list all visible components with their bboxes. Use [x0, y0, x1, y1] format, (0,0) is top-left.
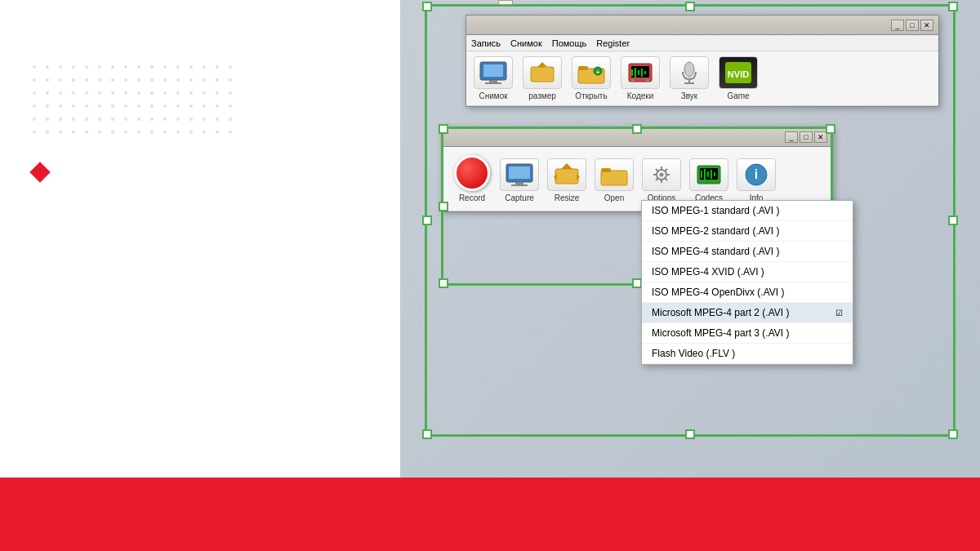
plus-cursor-icon: + [433, 0, 443, 2]
ocam-folder-icon [595, 158, 634, 191]
coords-tooltip [498, 0, 513, 5]
toolbar-open-btn[interactable]: + Открыть [571, 56, 612, 100]
codecs-label: Кодеки [627, 91, 654, 100]
handle-topmid[interactable] [685, 2, 695, 11]
ocam-titlebar: _ □ ✕ [442, 127, 832, 147]
svg-point-11 [631, 79, 635, 82]
minimize-button[interactable]: _ [891, 20, 904, 31]
ocam-info-icon: i [737, 158, 776, 191]
svg-text:+: + [596, 69, 600, 76]
left-panel: // Generate dots const dp = document.que… [0, 0, 416, 551]
menu-snapshot[interactable]: Снимок [510, 38, 542, 48]
svg-rect-4 [531, 67, 554, 82]
handle-topright[interactable] [948, 2, 958, 11]
window1-toolbar: Снимок размер [466, 51, 938, 106]
svg-point-31 [660, 173, 664, 177]
ocam-controls: _ □ ✕ [785, 131, 827, 143]
dropdown-item-3[interactable]: ISO MPEG-4 XVID (.AVI ) [642, 262, 853, 282]
svg-line-37 [665, 178, 667, 180]
svg-rect-10 [631, 66, 649, 78]
red-diamond-icon [29, 162, 50, 182]
svg-rect-24 [509, 167, 530, 179]
ocam-codecs-icon [689, 158, 728, 191]
maximize-button[interactable]: □ [906, 20, 919, 31]
svg-rect-26 [511, 184, 528, 186]
ocam-info-btn[interactable]: i Info [736, 158, 777, 202]
toolbar-resize-btn[interactable]: размер [522, 56, 563, 100]
bottom-banner [0, 478, 980, 551]
ocam-resize-label: Resize [555, 193, 580, 202]
monitor-icon [474, 56, 513, 89]
handle-bottomleft[interactable] [422, 429, 432, 439]
toolbar-codecs-btn[interactable]: Кодеки [620, 56, 661, 100]
handle-rightmid[interactable] [948, 216, 958, 225]
menu-record[interactable]: Запись [471, 38, 501, 48]
window1-controls: _ □ ✕ [891, 20, 933, 31]
dropdown-item-7[interactable]: Flash Video (.FLV ) [642, 344, 853, 364]
right-panel: + _ □ ✕ Запись Снимок Помощь Register [400, 0, 980, 551]
close-button[interactable]: ✕ [920, 20, 933, 31]
svg-rect-29 [601, 168, 611, 172]
codecs-icon [621, 56, 660, 89]
window1-titlebar: _ □ ✕ [466, 16, 938, 35]
ocam-resize-btn[interactable]: Resize [546, 158, 587, 202]
microphone-icon [670, 56, 709, 89]
handle-bottomright[interactable] [948, 429, 958, 439]
menu-help[interactable]: Помощь [552, 38, 587, 48]
ocam-options-btn[interactable]: Options [641, 158, 682, 202]
ocam-open-btn[interactable]: Open [594, 158, 635, 202]
record-icon-wrap [452, 155, 492, 191]
svg-rect-25 [515, 182, 523, 184]
sound-label: Звук [681, 91, 698, 100]
subtitle-row [33, 165, 384, 180]
dropdown-item-2[interactable]: ISO MPEG-4 standard (.AVI ) [642, 242, 853, 262]
folder-open-icon: + [572, 56, 611, 89]
svg-line-39 [656, 178, 658, 180]
toolbar-sound-btn[interactable]: Звук [669, 56, 710, 100]
ocam-codecs-btn[interactable]: Codecs [688, 158, 729, 202]
svg-line-38 [665, 169, 667, 171]
record-circle-icon [454, 155, 490, 191]
handle-topleft[interactable] [422, 2, 432, 11]
svg-text:NVID: NVID [728, 69, 749, 79]
svg-line-36 [656, 169, 658, 171]
dropdown-item-5[interactable]: Microsoft MPEG-4 part 2 (.AVI ) ☑ [642, 303, 853, 323]
dropdown-item-6[interactable]: Microsoft MPEG-4 part 3 (.AVI ) [642, 323, 853, 344]
ocam-maximize[interactable]: □ [800, 131, 813, 143]
snapshot-label: Снимок [479, 91, 507, 100]
svg-rect-27 [555, 169, 578, 184]
window1-menubar: Запись Снимок Помощь Register [466, 35, 938, 51]
handle-leftmid[interactable] [422, 216, 432, 225]
nvidia-game-icon: NVID [719, 56, 758, 89]
record-label: Record [459, 193, 485, 202]
app-window-1: _ □ ✕ Запись Снимок Помощь Register [466, 15, 939, 107]
svg-text:i: i [755, 167, 758, 181]
svg-rect-6 [578, 66, 588, 70]
open-label: Открыть [575, 91, 607, 100]
dropdown-item-0[interactable]: ISO MPEG-1 standard (.AVI ) [642, 201, 853, 221]
toolbar-game-btn[interactable]: NVID Game [718, 56, 759, 100]
resize-label: размер [528, 91, 556, 100]
ocam-options-icon [642, 158, 681, 191]
resize-icon [523, 56, 562, 89]
ocam-minimize[interactable]: _ [785, 131, 798, 143]
capture-monitor-icon [500, 158, 539, 191]
handle-bottommid[interactable] [685, 429, 695, 439]
game-label: Game [727, 91, 749, 100]
menu-register[interactable]: Register [596, 38, 630, 48]
dropdown-item-1[interactable]: ISO MPEG-2 standard (.AVI ) [642, 221, 853, 242]
ocam-resize-icon [547, 158, 586, 191]
ocam-open-label: Open [604, 193, 624, 202]
svg-rect-3 [485, 82, 501, 84]
svg-point-12 [646, 79, 649, 82]
ocam-capture-btn[interactable]: Capture [499, 158, 540, 202]
ocam-record-btn[interactable]: Record [452, 155, 492, 202]
toolbar-snapshot-btn[interactable]: Снимок [473, 56, 514, 100]
svg-rect-2 [489, 80, 497, 82]
dropdown-item-4[interactable]: ISO MPEG-4 OpenDivx (.AVI ) [642, 282, 853, 303]
capture-label: Capture [505, 193, 534, 202]
svg-rect-1 [483, 64, 503, 77]
svg-point-18 [684, 62, 694, 77]
svg-rect-28 [601, 171, 627, 185]
ocam-close[interactable]: ✕ [814, 131, 827, 143]
